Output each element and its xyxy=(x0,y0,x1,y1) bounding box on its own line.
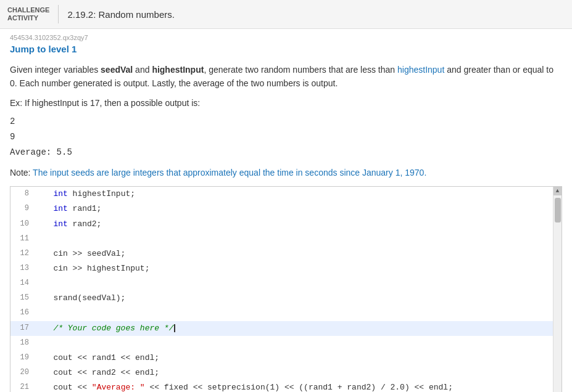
code-line-20: 20 cout << rand2 << endl; xyxy=(10,365,553,380)
code-line-11: 11 xyxy=(10,232,553,247)
code-line-14: 14 xyxy=(10,276,553,291)
note-text: Note: The input seeds are large integers… xyxy=(10,168,562,178)
example-label: Ex: If highestInput is 17, then a possib… xyxy=(10,98,562,108)
code-line-18: 18 xyxy=(10,336,553,351)
output-line-1: 2 xyxy=(10,114,562,129)
code-line-13: 13 cin >> highestInput; xyxy=(10,261,553,276)
challenge-activity-label: CHALLENGE ACTIVITY xyxy=(7,6,49,22)
jump-to-level-link[interactable]: Jump to level 1 xyxy=(10,44,77,54)
scrollbar[interactable]: ▲ ▼ xyxy=(553,187,562,392)
output-line-2: 9 xyxy=(10,129,562,145)
output-line-3: Average: 5.5 xyxy=(10,145,562,160)
code-line-17[interactable]: 17 /* Your code goes here */ xyxy=(10,321,553,336)
code-line-16: 16 xyxy=(10,306,553,321)
page-title: 2.19.2: Random numbers. xyxy=(67,9,174,20)
code-line-9: 9 int rand1; xyxy=(10,202,553,216)
code-line-15: 15 srand(seedVal); xyxy=(10,291,553,306)
code-line-10: 10 int rand2; xyxy=(10,217,553,232)
header: CHALLENGE ACTIVITY 2.19.2: Random number… xyxy=(0,0,572,29)
code-line-8: 8 int highestInput; xyxy=(10,187,553,202)
example-output: 2 9 Average: 5.5 xyxy=(10,114,562,161)
code-line-21: 21 cout << "Average: " << fixed << setpr… xyxy=(10,380,553,392)
main-content: 454534.3102352.qx3zqy7 Jump to level 1 G… xyxy=(0,29,572,392)
code-line-19: 19 cout << rand1 << endl; xyxy=(10,351,553,365)
header-divider xyxy=(58,5,59,23)
scroll-up-button[interactable]: ▲ xyxy=(553,187,562,195)
breadcrumb: 454534.3102352.qx3zqy7 xyxy=(10,34,562,41)
description-text: Given integer variables seedVal and high… xyxy=(10,63,562,91)
code-editor[interactable]: 8 int highestInput; 9 int rand1; 10 int … xyxy=(10,186,562,392)
code-line-12: 12 cin >> seedVal; xyxy=(10,247,553,261)
scrollbar-thumb[interactable] xyxy=(555,198,561,223)
